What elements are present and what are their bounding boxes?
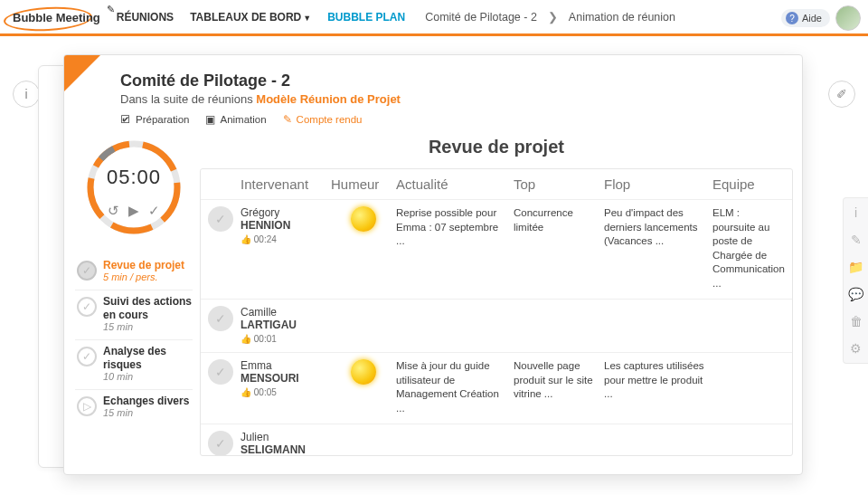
chat-icon[interactable]: 💬 <box>848 287 863 301</box>
meeting-card: Comité de Pilotage - 2 Dans la suite de … <box>63 54 803 475</box>
thumb-icon: 👍 <box>241 234 251 244</box>
tab-animation[interactable]: ▣Animation <box>205 113 266 126</box>
duration: 👍 00:01 <box>241 334 331 344</box>
timer-reset-icon[interactable]: ↺ <box>108 203 119 219</box>
table-row[interactable]: ✓CamilleLARTIGAU👍 00:01 <box>201 299 792 352</box>
breadcrumb-item-1[interactable]: Comité de Pilotage - 2 <box>425 11 537 24</box>
tab-animation-label: Animation <box>220 114 266 125</box>
cell-flop: Les captures utilisées pour mettre le pr… <box>604 359 712 402</box>
logo[interactable]: Bubble Meeting ✎ <box>7 9 106 25</box>
agenda-item-title: Suivi des actions en cours <box>103 295 193 321</box>
presentation-icon: ▣ <box>205 113 215 126</box>
tab-compte-rendu-label: Compte rendu <box>297 114 363 125</box>
agenda-item-meta: 10 min <box>103 371 193 382</box>
timer-value: 05:00 <box>83 166 184 189</box>
agenda-item[interactable]: ▷Echanges divers15 min <box>75 389 193 425</box>
edit-note-button[interactable]: ✐ <box>828 81 855 108</box>
agenda-item[interactable]: ✓Analyse des risques10 min <box>75 339 193 389</box>
chevron-right-icon: ❯ <box>548 10 558 24</box>
right-toolbar: i ✎ 📁 💬 🗑 ⚙ <box>843 197 868 364</box>
section-title: Revue de projet <box>200 137 793 157</box>
top-bar: Bubble Meeting ✎ RÉUNIONS TABLEAUX DE BO… <box>0 0 868 36</box>
row-check-icon[interactable]: ✓ <box>208 431 233 456</box>
card-body: 05:00 ↺ ▶ ✓ ✓Revue de projet5 min / pers… <box>64 131 802 467</box>
meeting-series-link[interactable]: Modèle Réunion de Projet <box>256 92 401 106</box>
check-icon: ✓ <box>77 261 97 281</box>
col-flop: Flop <box>604 176 712 192</box>
play-icon: ▷ <box>77 396 97 416</box>
stage: i 🗎 ✐ Comité de Pilotage - 2 Dans la sui… <box>0 45 868 489</box>
agenda-item-title: Analyse des risques <box>103 345 193 371</box>
check-icon: ✓ <box>77 347 97 366</box>
cell-flop: Peu d'impact des derniers lancements (Va… <box>604 206 712 249</box>
timer-done-icon[interactable]: ✓ <box>148 203 160 219</box>
breadcrumb: Comité de Pilotage - 2 ❯ Animation de ré… <box>425 10 675 24</box>
agenda-item[interactable]: ✓Suivi des actions en cours15 min <box>75 290 193 339</box>
agenda-item-title: Revue de projet <box>103 259 184 271</box>
help-icon: ? <box>786 12 798 24</box>
report-icon: ✎ <box>283 113 292 126</box>
cell-intervenant: GrégoryHENNION👍 00:24 <box>241 206 331 244</box>
nav-dashboards[interactable]: TABLEAUX DE BORD▼ <box>190 11 311 24</box>
check-icon: ✓ <box>77 297 97 317</box>
edit-icon[interactable]: ✎ <box>851 233 862 247</box>
cell-humeur <box>331 206 396 232</box>
sun-icon <box>351 359 376 385</box>
caret-down-icon: ▼ <box>303 14 311 23</box>
nav-reunions[interactable]: RÉUNIONS <box>117 11 174 24</box>
row-check-icon[interactable]: ✓ <box>208 306 233 331</box>
row-check-icon[interactable]: ✓ <box>208 206 233 232</box>
folder-icon[interactable]: 📁 <box>848 260 863 274</box>
breadcrumb-item-2[interactable]: Animation de réunion <box>569 11 675 24</box>
cell-intervenant: CamilleLARTIGAU👍 00:01 <box>241 306 331 344</box>
info-icon[interactable]: i <box>854 205 857 220</box>
timer-play-icon[interactable]: ▶ <box>128 203 139 219</box>
cell-actualite: Reprise possible pour Emma : 07 septembr… <box>396 206 514 249</box>
trash-icon[interactable]: 🗑 <box>850 314 863 328</box>
agenda-item-meta: 15 min <box>103 321 193 332</box>
pencil-icon: ✎ <box>107 4 115 15</box>
col-actualite: Actualité <box>396 176 514 192</box>
primary-nav: RÉUNIONS TABLEAUX DE BORD▼ BUBBLE PLAN <box>117 11 405 24</box>
nav-bubble-plan[interactable]: BUBBLE PLAN <box>327 11 405 24</box>
stage-tabs: 🗹Préparation ▣Animation ✎Compte rendu <box>120 113 780 126</box>
help-label: Aide <box>802 13 822 24</box>
tab-preparation[interactable]: 🗹Préparation <box>120 113 189 126</box>
logo-text: Bubble Meeting <box>7 11 106 24</box>
settings-icon[interactable]: ⚙ <box>850 341 862 356</box>
cell-intervenant: EmmaMENSOURI👍 00:05 <box>241 359 331 397</box>
left-column: 05:00 ↺ ▶ ✓ ✓Revue de projet5 min / pers… <box>75 131 193 456</box>
col-equipe: Equipe <box>712 176 785 192</box>
table-row[interactable]: ✓JulienSELIGMANN👍 00:01 <box>201 424 792 456</box>
meeting-title: Comité de Pilotage - 2 <box>120 71 780 90</box>
card-corner-accent <box>64 55 100 91</box>
meeting-subtitle: Dans la suite de réunions Modèle Réunion… <box>120 92 780 106</box>
avatar[interactable] <box>835 5 861 31</box>
thumb-icon: 👍 <box>241 334 251 344</box>
row-check-icon[interactable]: ✓ <box>208 359 233 385</box>
tab-compte-rendu[interactable]: ✎Compte rendu <box>283 113 363 126</box>
duration: 👍 00:24 <box>241 234 331 244</box>
table-row[interactable]: ✓EmmaMENSOURI👍 00:05Mise à jour du guide… <box>201 352 792 424</box>
clipboard-icon: 🗹 <box>120 114 131 125</box>
nav-dashboards-label: TABLEAUX DE BORD <box>190 11 301 24</box>
grid-header: Intervenant Humeur Actualité Top Flop Eq… <box>201 169 792 199</box>
col-top: Top <box>514 176 604 192</box>
agenda-item-meta: 15 min <box>103 407 189 418</box>
sun-icon <box>351 206 376 232</box>
agenda-list: ✓Revue de projet5 min / pers.✓Suivi des … <box>75 254 193 425</box>
agenda-item[interactable]: ✓Revue de projet5 min / pers. <box>75 254 193 290</box>
cell-actualite: Mise à jour du guide utilisateur de Mana… <box>396 359 514 415</box>
info-button[interactable]: i <box>13 81 40 108</box>
table-row[interactable]: ✓GrégoryHENNION👍 00:24Reprise possible p… <box>201 199 792 299</box>
col-humeur: Humeur <box>331 176 396 192</box>
timer: 05:00 ↺ ▶ ✓ <box>83 137 184 238</box>
cell-top: Nouvelle page produit sur le site vitrin… <box>514 359 604 402</box>
agenda-item-meta: 5 min / pers. <box>103 271 184 282</box>
agenda-item-title: Echanges divers <box>103 395 189 407</box>
meeting-subtitle-prefix: Dans la suite de réunions <box>120 92 256 106</box>
cell-humeur <box>331 359 396 385</box>
tab-preparation-label: Préparation <box>136 114 189 125</box>
help-button[interactable]: ? Aide <box>781 9 830 27</box>
cell-top: Concurrence limitée <box>514 206 604 234</box>
